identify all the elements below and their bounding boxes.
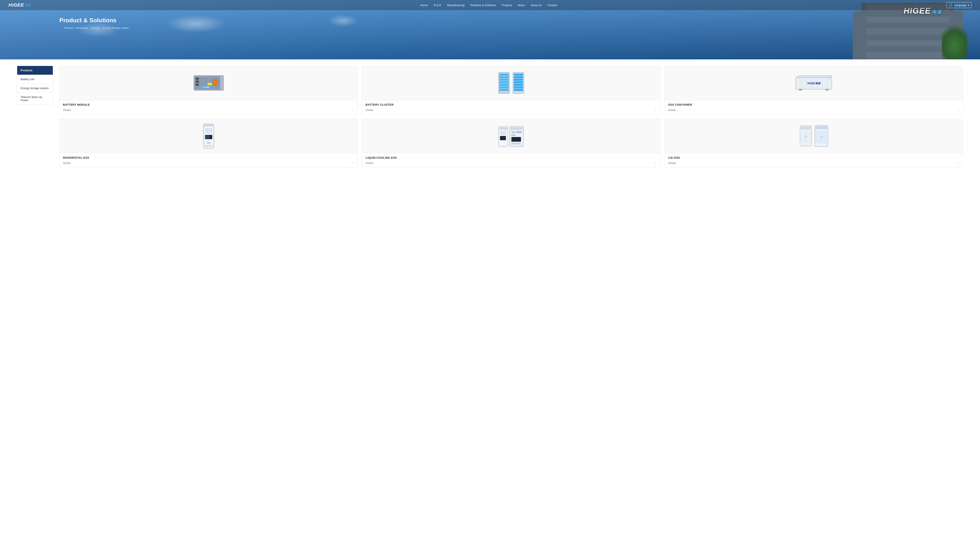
sidebar-item-products[interactable]: Products — [17, 66, 53, 75]
product-name-cni-ess: C&I ESS — [668, 156, 959, 159]
product-card-ess-container[interactable]: HIGEE海基 ESS CONTAINER Details → — [665, 66, 963, 115]
nav-products[interactable]: Products & Solutions — [471, 3, 496, 7]
svg-rect-73 — [816, 131, 821, 143]
breadcrumb-product[interactable]: product — [91, 27, 99, 29]
nav-links: Home R & D Manufacturing Products & Solu… — [420, 3, 557, 7]
sidebar-item-battery-cell[interactable]: Battery cell — [17, 75, 53, 84]
product-name-battery-cluster: BATTERY CLUSTER — [366, 103, 657, 106]
svg-point-68 — [806, 136, 807, 137]
product-image-cni-ess — [665, 119, 963, 153]
svg-rect-25 — [514, 89, 523, 91]
breadcrumb-sep1: / — [89, 27, 90, 29]
product-info-cni-ess: C&I ESS Details → — [665, 153, 963, 167]
svg-rect-4 — [196, 84, 199, 86]
product-name-ess-container: ESS CONTAINER — [668, 103, 959, 106]
arrow-icon-ess-container: → — [956, 108, 959, 112]
svg-point-76 — [822, 137, 823, 137]
product-name-liquid-cooling-ess: LIQUID-COOLING ESS — [366, 156, 657, 159]
svg-rect-23 — [514, 84, 523, 86]
product-details-battery-cluster: Details → — [366, 108, 657, 112]
breadcrumb-current: Energy storage system — [103, 27, 129, 29]
sidebar-list: Products Battery cell Energy storage sys… — [17, 66, 53, 105]
breadcrumb-home[interactable]: Homepage — [75, 27, 88, 29]
product-info-battery-module: BATTERY MODULE Details → — [60, 100, 358, 114]
svg-rect-42 — [205, 132, 212, 132]
svg-point-75 — [820, 137, 821, 137]
nav-projects[interactable]: Projects — [502, 3, 512, 7]
svg-rect-41 — [205, 130, 212, 131]
svg-text:⚡: ⚡ — [209, 83, 210, 85]
battery-cluster-svg — [496, 70, 526, 96]
svg-rect-63 — [801, 127, 811, 130]
svg-rect-16 — [500, 84, 509, 86]
product-info-ess-container: ESS CONTAINER Details → — [665, 100, 963, 114]
product-details-residential-ess: Details → — [63, 161, 354, 165]
residential-ess-svg — [199, 122, 218, 150]
liquid-cooling-ess-svg — [495, 123, 527, 149]
svg-rect-49 — [500, 127, 507, 130]
arrow-icon-battery-cluster: → — [654, 108, 657, 112]
svg-rect-71 — [816, 126, 827, 129]
arrow-icon-residential-ess: → — [351, 161, 354, 165]
nav-about[interactable]: About us — [531, 3, 541, 7]
product-card-residential-ess[interactable]: RESIDENTIAL ESS Details → — [59, 119, 358, 167]
details-label-battery-cluster: Details — [366, 108, 373, 111]
globe-icon: 🌐 — [949, 3, 953, 7]
nav-news[interactable]: News — [518, 3, 525, 7]
language-button[interactable]: 🌐 Language ▾ — [947, 2, 972, 8]
product-image-battery-cluster — [362, 66, 660, 100]
svg-rect-36 — [826, 89, 829, 91]
product-info-liquid-cooling-ess: LIQUID-COOLING ESS Details → — [362, 153, 660, 167]
svg-marker-27 — [796, 75, 832, 78]
product-card-battery-module[interactable]: HIGEE海基 ⚡ BATTERY MODULE Details → — [59, 66, 358, 115]
svg-rect-50 — [500, 131, 506, 132]
svg-rect-18 — [500, 89, 509, 91]
product-card-battery-cluster[interactable]: BATTERY CLUSTER Details → — [362, 66, 660, 115]
details-label-ess-container: Details — [668, 108, 676, 111]
sidebar-item-telecom[interactable]: Telecom Back Up Power — [17, 93, 53, 105]
svg-rect-20 — [514, 76, 523, 78]
svg-rect-14 — [500, 79, 509, 81]
product-name-residential-ess: RESIDENTIAL ESS — [63, 156, 354, 159]
logo[interactable]: HIGEE 海基 — [8, 2, 31, 8]
svg-rect-22 — [514, 81, 523, 83]
svg-rect-40 — [205, 129, 212, 129]
svg-rect-56 — [511, 131, 515, 133]
svg-rect-57 — [517, 131, 522, 133]
battery-module-svg: HIGEE海基 ⚡ — [192, 71, 226, 95]
product-name-battery-module: BATTERY MODULE — [63, 103, 354, 106]
product-card-cni-ess[interactable]: C&I ESS Details → — [665, 119, 963, 167]
logo-cn: 海基 — [25, 3, 31, 7]
svg-rect-21 — [514, 79, 523, 81]
product-details-liquid-cooling-ess: Details → — [366, 161, 657, 165]
breadcrumb: 📍 Position: Homepage / product / Energy … — [59, 26, 980, 30]
svg-rect-17 — [500, 86, 509, 88]
breadcrumb-label: Position: — [64, 27, 74, 29]
details-label-residential-ess: Details — [63, 162, 71, 165]
product-card-liquid-cooling-ess[interactable]: LIQUID-COOLING ESS Details → — [362, 119, 660, 167]
details-label-cni-ess: Details — [668, 162, 676, 165]
svg-rect-46 — [205, 145, 212, 147]
svg-rect-52 — [500, 136, 506, 140]
product-image-residential-ess — [60, 119, 358, 153]
arrow-icon-liquid-cooling-ess: → — [654, 161, 657, 165]
product-image-liquid-cooling-ess — [362, 119, 660, 153]
svg-text:HIGEE海基: HIGEE海基 — [202, 86, 209, 88]
svg-rect-51 — [500, 134, 506, 134]
product-info-battery-cluster: BATTERY CLUSTER Details → — [362, 100, 660, 114]
product-grid: HIGEE海基 ⚡ BATTERY MODULE Details → — [59, 66, 963, 167]
svg-rect-12 — [500, 73, 509, 76]
svg-rect-24 — [514, 86, 523, 88]
svg-rect-60 — [511, 143, 521, 145]
product-image-ess-container: HIGEE海基 — [665, 66, 963, 100]
svg-rect-3 — [196, 81, 199, 83]
svg-rect-39 — [203, 124, 214, 126]
nav-rd[interactable]: R & D — [434, 3, 441, 7]
pin-icon: 📍 — [59, 26, 63, 30]
sidebar-item-ess[interactable]: Energy storage system — [17, 84, 53, 93]
nav-home[interactable]: Home — [420, 3, 428, 7]
nav-manufacturing[interactable]: Manufacturing — [447, 3, 465, 7]
nav-contact[interactable]: Contact — [547, 3, 557, 7]
svg-rect-44 — [205, 135, 210, 139]
cni-ess-svg — [798, 123, 830, 149]
